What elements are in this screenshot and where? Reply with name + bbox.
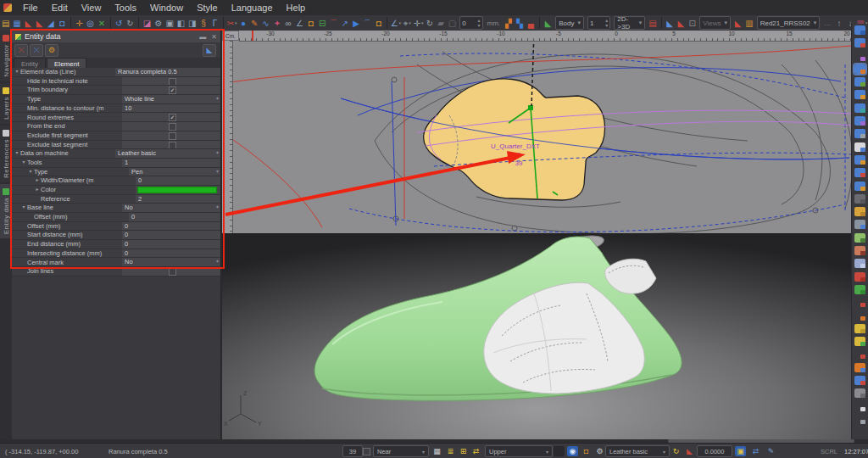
horizontal-ruler[interactable]: -30-25-20-15-10-505101520 [239, 31, 851, 42]
window-orange-icon[interactable] [854, 64, 865, 74]
window-gray-icon[interactable] [854, 129, 865, 138]
near-select[interactable]: Near▾ [373, 445, 429, 457]
wrench-icon[interactable]: ⚙ [594, 446, 605, 456]
menu-window[interactable]: Window [143, 0, 190, 15]
folder-lock-icon[interactable] [854, 182, 865, 191]
scissors-icon[interactable]: ✂▾ [226, 17, 236, 30]
menu-tools[interactable]: Tools [108, 0, 143, 15]
target-yellow-icon[interactable] [854, 337, 865, 346]
checkbox-unchecked[interactable] [169, 142, 176, 149]
tree-arrow-icon[interactable]: ▸ [34, 176, 41, 185]
arrow-ne-icon[interactable]: ↗ [340, 17, 350, 30]
marker-icon[interactable]: ✦ [272, 17, 282, 30]
selected-pattern-piece[interactable] [424, 79, 605, 200]
shoe-red-2-icon[interactable]: ◣ [34, 17, 44, 30]
dropdown-arrow-icon[interactable]: ▾ [216, 149, 219, 158]
property-value[interactable]: 0 [136, 176, 220, 185]
lightbulb-icon[interactable] [854, 402, 865, 411]
expand-icon[interactable] [854, 415, 865, 424]
angle-value[interactable]: 0.0000 [697, 445, 732, 457]
target-icon[interactable]: ⌖▾ [402, 17, 412, 30]
image-green-icon[interactable] [854, 233, 865, 243]
viewport-3d[interactable]: Z Y X [222, 233, 851, 440]
empty-square-icon[interactable]: ▢ [447, 17, 457, 30]
camera-icon[interactable]: ⊡ [687, 17, 698, 30]
menu-language[interactable]: Language [225, 0, 280, 15]
pencil-icon[interactable]: ✎ [249, 17, 259, 30]
layer-add-icon[interactable]: ⊞ [458, 446, 469, 456]
rotate-icon[interactable]: ↻ [425, 17, 435, 30]
fill-square-icon[interactable]: ▰ [436, 17, 446, 30]
tree-arrow-icon[interactable]: ▸ [34, 186, 41, 194]
shoe-blue-small-icon[interactable]: ◢ [46, 17, 56, 30]
shoe-red-icon[interactable] [854, 272, 865, 282]
shoe-outline-red-icon[interactable] [854, 298, 865, 307]
dropdown-arrow-icon[interactable]: ▾ [216, 258, 219, 266]
checkbox-unchecked[interactable] [169, 268, 176, 276]
property-value[interactable] [122, 141, 220, 149]
count-spinner[interactable]: 1▴▾ [587, 16, 610, 30]
copy-icon[interactable]: ▣ [164, 17, 175, 30]
window-orange-arrow-icon[interactable] [854, 90, 865, 99]
copy-pages-icon[interactable] [854, 259, 865, 268]
property-value[interactable]: 0 [122, 231, 220, 239]
pattern-2d-canvas[interactable]: U_Quarter_DXT 2 39 [222, 31, 851, 233]
contrast-icon[interactable] [854, 52, 865, 61]
property-value[interactable] [136, 186, 220, 194]
lock-icon[interactable]: ◘ [581, 446, 592, 456]
checkbox-unchecked[interactable] [169, 132, 176, 140]
heel-red-icon[interactable] [854, 349, 865, 359]
size-value[interactable]: 39 [342, 445, 363, 457]
ab-compare-icon[interactable]: ▚ [515, 17, 525, 30]
checkbox-unchecked[interactable] [169, 78, 176, 86]
vertical-ruler[interactable] [222, 41, 233, 233]
property-value[interactable]: 0 [129, 213, 220, 221]
window-red-grid-icon[interactable] [854, 38, 865, 47]
boxes-orange-icon[interactable] [854, 363, 865, 372]
section-icon[interactable]: § [198, 17, 209, 30]
save-icon[interactable]: ▦ [12, 17, 22, 30]
angle-tool-icon[interactable]: ∠▾ [391, 17, 401, 30]
property-value[interactable]: Ranura completa 0.5 [115, 68, 220, 76]
tree-arrow-icon[interactable]: ▾ [20, 204, 27, 212]
layer-select[interactable]: Upper▾ [485, 445, 553, 457]
property-value[interactable]: Whole line▾ [122, 95, 220, 103]
curve-c-icon[interactable]: ⌒ [362, 17, 372, 30]
snap-checkbox[interactable] [363, 448, 370, 455]
image-red-icon[interactable] [854, 246, 865, 255]
shoe-status-icon[interactable]: ◣ [684, 446, 695, 456]
close-icon[interactable]: ✕ [211, 33, 217, 41]
palette-icon[interactable]: ▥ [744, 17, 754, 30]
gear-node-icon[interactable]: ⚙ [45, 44, 58, 57]
dropdown-arrow-icon[interactable]: ▾ [216, 168, 219, 176]
shoe-red-1-icon[interactable]: ◣ [23, 17, 33, 30]
property-value[interactable]: Leather basic▾ [115, 149, 220, 158]
undo-icon[interactable]: ↺ [114, 17, 124, 30]
property-value[interactable] [122, 77, 220, 86]
redo-icon[interactable]: ↻ [125, 17, 135, 30]
layers-icon[interactable]: ≣ [445, 446, 456, 456]
property-value[interactable]: 0 [122, 222, 220, 231]
sidebar-tab-navigator[interactable]: Navigator [0, 31, 12, 81]
shoe-red-3-icon[interactable]: ◣ [676, 17, 686, 30]
dropdown-arrow-icon[interactable]: ▾ [216, 95, 219, 103]
views-select[interactable]: Views▾ [699, 16, 731, 30]
property-value[interactable]: No▾ [122, 258, 220, 266]
sphere-icon[interactable]: ● [238, 17, 248, 30]
property-value[interactable] [122, 267, 220, 276]
delete-icon[interactable]: ✕ [97, 17, 107, 30]
color-swatch[interactable] [554, 446, 565, 456]
arrow-select-icon[interactable]: ▶ [351, 17, 361, 30]
dropdown-arrow-icon[interactable]: ▾ [216, 204, 219, 212]
share-icon[interactable] [854, 220, 865, 229]
folder-yellow-icon[interactable] [854, 207, 865, 216]
sidebar-tab-references[interactable]: References [0, 126, 12, 182]
mm-spinner[interactable]: 0▴▾ [459, 16, 482, 30]
tree-arrow-icon[interactable]: ▾ [14, 68, 20, 76]
eu-flag-icon[interactable]: ▣ [735, 446, 746, 456]
eraser-icon[interactable]: ◪ [142, 17, 152, 30]
open-icon[interactable]: ▤ [1, 17, 11, 30]
shoe-outline-orange-icon[interactable] [854, 311, 865, 321]
window-green-swap-icon[interactable] [854, 77, 865, 87]
shoe-add-icon[interactable]: ◣ [733, 17, 743, 30]
